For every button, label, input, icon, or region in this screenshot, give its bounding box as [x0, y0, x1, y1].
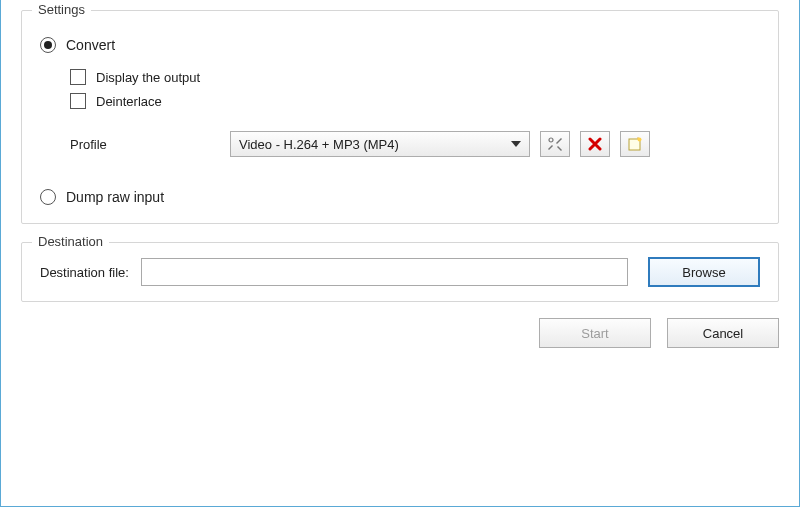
new-profile-button[interactable] [620, 131, 650, 157]
chevron-down-icon [511, 141, 521, 147]
delete-icon [588, 137, 602, 151]
convert-radio-row[interactable]: Convert [40, 37, 760, 53]
destination-legend: Destination [32, 234, 109, 249]
svg-point-0 [549, 138, 553, 142]
settings-group: Settings Convert Display the output Dein… [21, 10, 779, 224]
edit-profile-button[interactable] [540, 131, 570, 157]
destination-file-label: Destination file: [40, 265, 129, 280]
dialog-footer: Start Cancel [1, 302, 799, 348]
deinterlace-checkbox[interactable] [70, 93, 86, 109]
start-button[interactable]: Start [539, 318, 651, 348]
deinterlace-label: Deinterlace [96, 94, 162, 109]
convert-radio-label: Convert [66, 37, 115, 53]
settings-legend: Settings [32, 2, 91, 17]
convert-options: Display the output Deinterlace Profile V… [70, 69, 760, 157]
profile-label: Profile [70, 137, 230, 152]
dump-radio-label: Dump raw input [66, 189, 164, 205]
browse-button-label: Browse [682, 265, 725, 280]
display-output-row[interactable]: Display the output [70, 69, 760, 85]
convert-radio[interactable] [40, 37, 56, 53]
dump-radio-row[interactable]: Dump raw input [40, 189, 760, 205]
cancel-button-label: Cancel [703, 326, 743, 341]
profile-select[interactable]: Video - H.264 + MP3 (MP4) [230, 131, 530, 157]
browse-button[interactable]: Browse [648, 257, 760, 287]
destination-file-input[interactable] [141, 258, 628, 286]
delete-profile-button[interactable] [580, 131, 610, 157]
dump-radio[interactable] [40, 189, 56, 205]
profile-row: Profile Video - H.264 + MP3 (MP4) [70, 131, 760, 157]
start-button-label: Start [581, 326, 608, 341]
tools-icon [547, 136, 563, 152]
destination-group: Destination Destination file: Browse [21, 242, 779, 302]
new-profile-icon [627, 136, 643, 152]
display-output-checkbox[interactable] [70, 69, 86, 85]
deinterlace-row[interactable]: Deinterlace [70, 93, 760, 109]
display-output-label: Display the output [96, 70, 200, 85]
svg-point-2 [638, 138, 642, 142]
profile-select-value: Video - H.264 + MP3 (MP4) [239, 137, 399, 152]
cancel-button[interactable]: Cancel [667, 318, 779, 348]
